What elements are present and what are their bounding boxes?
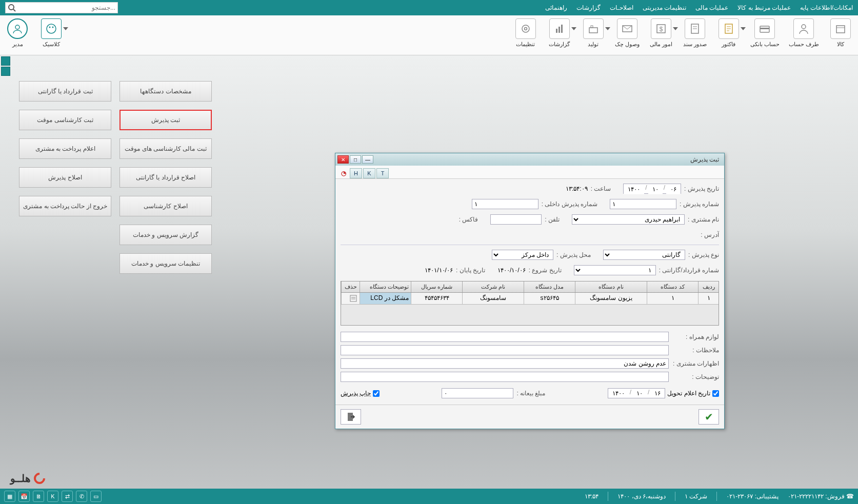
side-icon-2[interactable] — [1, 67, 10, 76]
lbl-deposit: مبلغ بیعانه : — [516, 390, 545, 397]
menu-goods[interactable]: عملیات مرتبط به کالا — [737, 4, 791, 11]
lbl-time: ساعت : — [591, 185, 611, 192]
factory-icon — [587, 23, 600, 35]
lbl-contract-no: شماره قرارداد/گارانتی : — [659, 267, 719, 274]
tool-settings[interactable]: تنظیمات — [513, 18, 538, 48]
brand-logo: هلــو — [10, 472, 45, 485]
status-icon-grid[interactable]: ▦ — [4, 491, 15, 502]
minimize-button[interactable]: — — [362, 155, 373, 164]
status-icon-cal[interactable]: 📅 — [18, 491, 30, 502]
btn-edit-contract[interactable]: اصلاح قرارداد یا گارانتی — [119, 167, 212, 188]
confirm-button[interactable]: ✔ — [699, 409, 719, 425]
time-value: ۱۳:۵۴:۰۹ — [566, 185, 588, 192]
btn-service-report[interactable]: گزارش سرویس و خدمات — [119, 225, 212, 245]
tool-bank[interactable]: حساب بانکی — [750, 18, 780, 48]
lbl-phone: تلفن : — [545, 216, 560, 223]
customer-select[interactable]: ابراهیم حیدری — [572, 214, 685, 225]
status-icon-share[interactable]: ⇄ — [62, 491, 73, 502]
toolbar: کالا طرف حساب حساب بانکی فاکتور صدور سند… — [0, 15, 858, 55]
col-model: مدل دستگاه — [524, 281, 575, 292]
svg-rect-2 — [836, 26, 845, 33]
btn-contract[interactable]: ثبت قرارداد یا گارانتی — [19, 81, 111, 102]
tool-reports[interactable]: گزارشات — [547, 18, 572, 48]
tool-account[interactable]: طرف حساب — [789, 18, 819, 48]
lbl-desc: توضیحات : — [673, 373, 719, 380]
start-date: ۱۴۰۰/۱۰/۰۶ — [497, 267, 526, 274]
lbl-fax: فاکس : — [459, 216, 478, 223]
gear-icon — [520, 23, 532, 35]
tool-production[interactable]: تولید — [581, 18, 606, 48]
invoice-icon — [723, 23, 735, 35]
envelope-icon — [621, 23, 633, 35]
table-row[interactable]: ۱ ۱ یزیون سامسونگ s۲۵۶۴۵ سامسونگ ۴۵۴۵۴۶۳… — [341, 293, 719, 305]
reception-no-input[interactable] — [610, 199, 676, 209]
btn-temp-expert[interactable]: ثبت کارشناسی موقت — [19, 110, 111, 130]
menu-finance[interactable]: عملیات مالی — [695, 4, 728, 11]
btn-temp-finance[interactable]: ثبت مالی کارشناسی های موقت — [119, 138, 212, 159]
phone-input[interactable] — [490, 214, 542, 225]
place-select[interactable]: داخل مرکز — [492, 250, 553, 260]
tool-cheque[interactable]: وصول چک — [615, 18, 640, 48]
date-input[interactable]: // — [623, 184, 681, 194]
menu-reports[interactable]: گزارشات — [576, 4, 601, 11]
accessories-input[interactable] — [341, 332, 669, 342]
btn-edit-expert[interactable]: اصلاح کارشناسی — [119, 196, 212, 216]
menu-help[interactable]: راهنمائی — [545, 4, 567, 11]
tool-invoice[interactable]: فاکتور — [716, 18, 741, 48]
status-icon-doc[interactable]: 🗎 — [33, 491, 44, 502]
tool-goods[interactable]: کالا — [828, 18, 853, 48]
svg-rect-15 — [561, 25, 563, 33]
svg-point-18 — [47, 24, 56, 33]
status-icon-minimize[interactable]: ▭ — [90, 491, 102, 502]
btn-device-specs[interactable]: مشخصات دستگاهها — [119, 81, 212, 102]
menu-corrections[interactable]: اصلاحـات — [610, 4, 633, 11]
tool-theme[interactable]: کلاسیک — [39, 18, 64, 48]
contract-select[interactable]: ۱ — [574, 265, 656, 275]
btn-reception[interactable]: ثبت پذیرش — [119, 110, 212, 130]
search-box[interactable] — [5, 2, 118, 13]
print-check[interactable] — [373, 390, 380, 397]
type-select[interactable]: گارانتی — [603, 250, 685, 260]
col-desc: توضیحات دستگاه — [360, 281, 411, 292]
menu-mgmt[interactable]: تنظیمات مدیریتی — [643, 4, 686, 11]
tool-financial[interactable]: $امور مالی — [649, 18, 673, 48]
lbl-delivery: تاریخ اعلام تحویل — [667, 390, 710, 397]
lbl-place: محل پذیرش : — [556, 251, 591, 258]
tab-k[interactable]: K — [363, 168, 375, 178]
internal-no-input[interactable] — [472, 199, 538, 209]
btn-edit-reception[interactable]: اصلاح پذیرش — [19, 167, 111, 188]
desc-input[interactable] — [341, 372, 669, 382]
close-button[interactable]: ✕ — [337, 155, 349, 164]
tool-sanad[interactable]: صدور سند — [683, 18, 707, 48]
svg-rect-13 — [556, 29, 557, 33]
dropdown-icon — [673, 27, 678, 30]
exit-button[interactable] — [341, 409, 361, 425]
tab-h[interactable]: H — [350, 168, 362, 178]
delivery-date-check[interactable] — [712, 390, 719, 397]
delete-row-button[interactable] — [341, 293, 360, 304]
lbl-address: آدرس : — [701, 231, 719, 238]
btn-exit-pay[interactable]: خروج از حالت پرداخت به مشتری — [19, 196, 111, 216]
search-input[interactable] — [16, 4, 115, 11]
notes-input[interactable] — [341, 345, 669, 355]
status-icon-phone[interactable]: ✆ — [76, 491, 87, 502]
side-icon-1[interactable] — [1, 56, 10, 66]
svg-point-20 — [52, 27, 54, 28]
delivery-date-input[interactable]: // — [608, 388, 666, 398]
maximize-button[interactable]: □ — [350, 155, 361, 164]
workspace: مشخصات دستگاهها ثبت قرارداد یا گارانتی ث… — [0, 55, 858, 489]
lbl-type: نوع پذیرش : — [688, 251, 719, 258]
menu-basic[interactable]: امکانات/اطلاعات پایه — [800, 4, 853, 11]
btn-service-settings[interactable]: تنظیمات سرویس و خدمات — [119, 253, 212, 274]
card-icon — [759, 23, 771, 35]
svg-line-1 — [13, 9, 15, 11]
tool-user[interactable]: مدیر — [5, 18, 30, 48]
service-buttons: مشخصات دستگاهها ثبت قرارداد یا گارانتی ث… — [19, 81, 212, 274]
lbl-date: تاریخ پذیرش : — [684, 185, 719, 192]
tab-t[interactable]: T — [376, 168, 389, 178]
statements-input[interactable] — [341, 358, 669, 369]
deposit-input[interactable] — [442, 388, 513, 398]
btn-notify-customer[interactable]: اعلام پرداخت به مشتری — [19, 138, 111, 159]
status-icon-k[interactable]: K — [47, 491, 58, 502]
dialog-titlebar[interactable]: ✕ □ — ثبت پذیرش — [335, 153, 724, 166]
